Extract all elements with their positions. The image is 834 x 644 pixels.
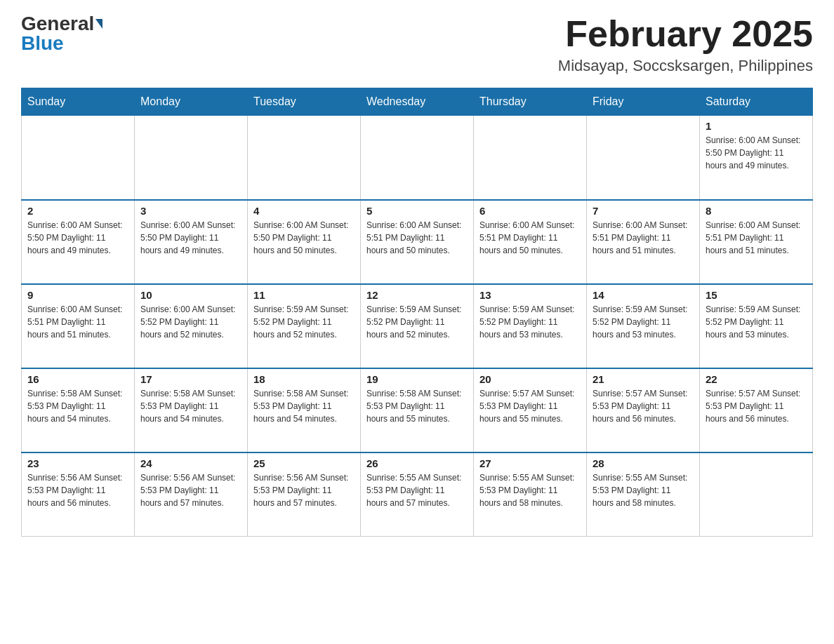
day-info: Sunrise: 5:58 AM Sunset: 5:53 PM Dayligh… [27, 387, 128, 425]
day-info: Sunrise: 6:00 AM Sunset: 5:52 PM Dayligh… [140, 303, 241, 341]
day-number: 8 [706, 205, 807, 217]
calendar-cell: 7Sunrise: 6:00 AM Sunset: 5:51 PM Daylig… [587, 200, 700, 284]
day-number: 17 [140, 373, 241, 385]
calendar-header-row: SundayMondayTuesdayWednesdayThursdayFrid… [22, 88, 813, 116]
calendar-cell [474, 116, 587, 200]
calendar-cell: 19Sunrise: 5:58 AM Sunset: 5:53 PM Dayli… [361, 368, 474, 452]
calendar-cell: 5Sunrise: 6:00 AM Sunset: 5:51 PM Daylig… [361, 200, 474, 284]
day-number: 13 [479, 289, 581, 301]
day-info: Sunrise: 6:00 AM Sunset: 5:50 PM Dayligh… [27, 219, 128, 257]
day-number: 21 [593, 373, 694, 385]
calendar-cell [700, 452, 813, 537]
calendar-cell [248, 116, 361, 200]
month-year-title: February 2025 [558, 14, 813, 54]
calendar-cell: 14Sunrise: 5:59 AM Sunset: 5:52 PM Dayli… [587, 284, 700, 368]
calendar-cell: 23Sunrise: 5:56 AM Sunset: 5:53 PM Dayli… [22, 452, 135, 537]
calendar-cell: 9Sunrise: 6:00 AM Sunset: 5:51 PM Daylig… [22, 284, 135, 368]
calendar-cell [135, 116, 248, 200]
day-info: Sunrise: 5:59 AM Sunset: 5:52 PM Dayligh… [366, 303, 468, 341]
day-number: 10 [140, 289, 241, 301]
day-number: 20 [479, 373, 581, 385]
calendar-cell: 22Sunrise: 5:57 AM Sunset: 5:53 PM Dayli… [700, 368, 813, 452]
calendar-cell: 28Sunrise: 5:55 AM Sunset: 5:53 PM Dayli… [587, 452, 700, 537]
calendar-cell: 15Sunrise: 5:59 AM Sunset: 5:52 PM Dayli… [700, 284, 813, 368]
calendar-table: SundayMondayTuesdayWednesdayThursdayFrid… [21, 88, 813, 537]
day-info: Sunrise: 6:00 AM Sunset: 5:50 PM Dayligh… [253, 219, 355, 257]
day-info: Sunrise: 5:59 AM Sunset: 5:52 PM Dayligh… [706, 303, 807, 341]
calendar-cell: 1Sunrise: 6:00 AM Sunset: 5:50 PM Daylig… [700, 116, 813, 200]
calendar-cell: 2Sunrise: 6:00 AM Sunset: 5:50 PM Daylig… [22, 200, 135, 284]
day-number: 26 [366, 457, 468, 469]
day-number: 25 [253, 457, 355, 469]
day-number: 2 [27, 205, 128, 217]
calendar-cell: 25Sunrise: 5:56 AM Sunset: 5:53 PM Dayli… [248, 452, 361, 537]
calendar-cell: 13Sunrise: 5:59 AM Sunset: 5:52 PM Dayli… [474, 284, 587, 368]
day-number: 27 [479, 457, 581, 469]
calendar-cell: 27Sunrise: 5:55 AM Sunset: 5:53 PM Dayli… [474, 452, 587, 537]
calendar-cell [22, 116, 135, 200]
title-block: February 2025 Midsayap, Soccsksargen, Ph… [558, 14, 813, 75]
day-info: Sunrise: 6:00 AM Sunset: 5:50 PM Dayligh… [140, 219, 241, 257]
day-number: 28 [593, 457, 694, 469]
day-number: 11 [253, 289, 355, 301]
day-info: Sunrise: 5:58 AM Sunset: 5:53 PM Dayligh… [253, 387, 355, 425]
day-info: Sunrise: 6:00 AM Sunset: 5:51 PM Dayligh… [479, 219, 581, 257]
calendar-cell: 20Sunrise: 5:57 AM Sunset: 5:53 PM Dayli… [474, 368, 587, 452]
day-number: 23 [27, 457, 128, 469]
day-number: 9 [27, 289, 128, 301]
calendar-cell [361, 116, 474, 200]
calendar-week-row: 23Sunrise: 5:56 AM Sunset: 5:53 PM Dayli… [22, 452, 813, 537]
calendar-cell: 10Sunrise: 6:00 AM Sunset: 5:52 PM Dayli… [135, 284, 248, 368]
calendar-cell: 26Sunrise: 5:55 AM Sunset: 5:53 PM Dayli… [361, 452, 474, 537]
day-number: 15 [706, 289, 807, 301]
day-info: Sunrise: 5:57 AM Sunset: 5:53 PM Dayligh… [706, 387, 807, 425]
day-info: Sunrise: 6:00 AM Sunset: 5:51 PM Dayligh… [27, 303, 128, 341]
day-of-week-header: Thursday [474, 88, 587, 116]
calendar-week-row: 1Sunrise: 6:00 AM Sunset: 5:50 PM Daylig… [22, 116, 813, 200]
day-number: 12 [366, 289, 468, 301]
calendar-cell: 24Sunrise: 5:56 AM Sunset: 5:53 PM Dayli… [135, 452, 248, 537]
day-info: Sunrise: 5:56 AM Sunset: 5:53 PM Dayligh… [140, 471, 241, 509]
day-of-week-header: Sunday [22, 88, 135, 116]
day-info: Sunrise: 6:00 AM Sunset: 5:51 PM Dayligh… [593, 219, 694, 257]
day-number: 24 [140, 457, 241, 469]
page-header: General Blue February 2025 Midsayap, Soc… [21, 14, 813, 75]
day-of-week-header: Friday [587, 88, 700, 116]
day-info: Sunrise: 5:57 AM Sunset: 5:53 PM Dayligh… [593, 387, 694, 425]
day-info: Sunrise: 6:00 AM Sunset: 5:51 PM Dayligh… [366, 219, 468, 257]
calendar-cell: 6Sunrise: 6:00 AM Sunset: 5:51 PM Daylig… [474, 200, 587, 284]
day-info: Sunrise: 5:55 AM Sunset: 5:53 PM Dayligh… [593, 471, 694, 509]
day-number: 4 [253, 205, 355, 217]
logo-general-text: General [21, 14, 94, 34]
calendar-cell: 12Sunrise: 5:59 AM Sunset: 5:52 PM Dayli… [361, 284, 474, 368]
logo-arrow-icon [95, 19, 102, 29]
calendar-cell: 21Sunrise: 5:57 AM Sunset: 5:53 PM Dayli… [587, 368, 700, 452]
day-of-week-header: Wednesday [361, 88, 474, 116]
day-info: Sunrise: 6:00 AM Sunset: 5:51 PM Dayligh… [706, 219, 807, 257]
day-number: 18 [253, 373, 355, 385]
calendar-cell: 4Sunrise: 6:00 AM Sunset: 5:50 PM Daylig… [248, 200, 361, 284]
day-info: Sunrise: 5:59 AM Sunset: 5:52 PM Dayligh… [593, 303, 694, 341]
day-number: 1 [706, 120, 807, 132]
day-info: Sunrise: 6:00 AM Sunset: 5:50 PM Dayligh… [706, 134, 807, 172]
day-info: Sunrise: 5:56 AM Sunset: 5:53 PM Dayligh… [253, 471, 355, 509]
day-of-week-header: Saturday [700, 88, 813, 116]
calendar-week-row: 2Sunrise: 6:00 AM Sunset: 5:50 PM Daylig… [22, 200, 813, 284]
calendar-cell: 8Sunrise: 6:00 AM Sunset: 5:51 PM Daylig… [700, 200, 813, 284]
calendar-cell [587, 116, 700, 200]
day-of-week-header: Tuesday [248, 88, 361, 116]
day-number: 16 [27, 373, 128, 385]
day-number: 3 [140, 205, 241, 217]
day-info: Sunrise: 5:56 AM Sunset: 5:53 PM Dayligh… [27, 471, 128, 509]
calendar-week-row: 9Sunrise: 6:00 AM Sunset: 5:51 PM Daylig… [22, 284, 813, 368]
calendar-cell: 11Sunrise: 5:59 AM Sunset: 5:52 PM Dayli… [248, 284, 361, 368]
day-info: Sunrise: 5:58 AM Sunset: 5:53 PM Dayligh… [140, 387, 241, 425]
day-info: Sunrise: 5:59 AM Sunset: 5:52 PM Dayligh… [253, 303, 355, 341]
logo: General Blue [21, 14, 102, 53]
day-info: Sunrise: 5:57 AM Sunset: 5:53 PM Dayligh… [479, 387, 581, 425]
calendar-cell: 18Sunrise: 5:58 AM Sunset: 5:53 PM Dayli… [248, 368, 361, 452]
day-info: Sunrise: 5:58 AM Sunset: 5:53 PM Dayligh… [366, 387, 468, 425]
day-number: 22 [706, 373, 807, 385]
calendar-cell: 16Sunrise: 5:58 AM Sunset: 5:53 PM Dayli… [22, 368, 135, 452]
logo-blue-text: Blue [21, 34, 64, 53]
